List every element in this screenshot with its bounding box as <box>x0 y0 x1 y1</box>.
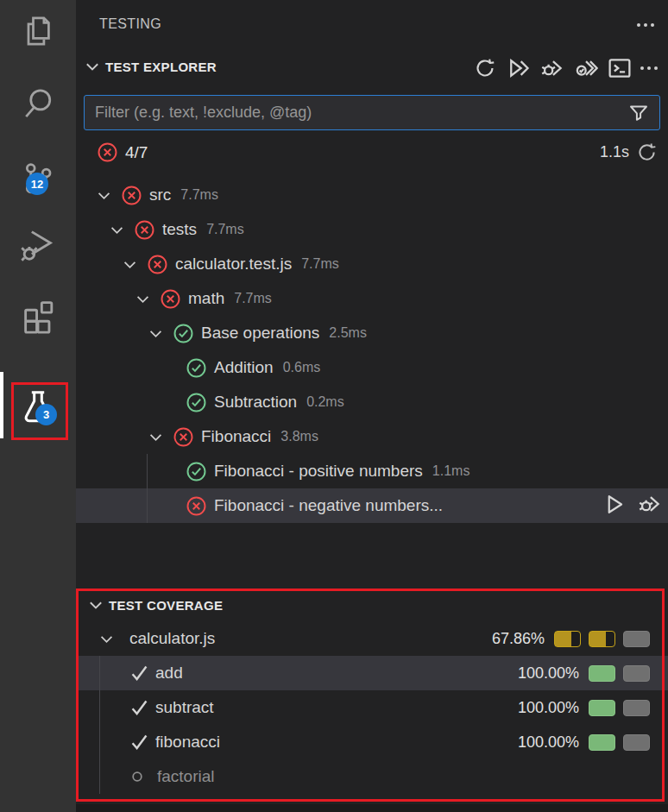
scm-badge: 12 <box>26 173 48 195</box>
test-tree-row-math[interactable]: math 7.7ms <box>76 281 668 316</box>
test-coverage-header[interactable]: TEST COVERAGE <box>76 589 668 621</box>
test-pass-icon <box>186 357 207 379</box>
coverage-bar-gray <box>623 631 650 647</box>
covered-check-icon <box>76 698 155 718</box>
explorer-more-actions-icon[interactable] <box>640 66 658 70</box>
test-fail-icon <box>121 185 142 206</box>
test-fail-icon <box>173 426 194 448</box>
test-explorer-toolbar <box>472 55 658 81</box>
test-duration: 2.5ms <box>329 325 367 341</box>
test-filter-box <box>84 95 660 130</box>
section-title: TEST EXPLORER <box>105 60 217 74</box>
run-debug-icon[interactable] <box>0 223 76 266</box>
test-tree-row-calculator-test-js[interactable]: calculator.test.js 7.7ms <box>76 247 668 281</box>
annotation-box-testing-icon <box>11 382 68 440</box>
coverage-bars <box>589 734 650 751</box>
coverage-fn-label: subtract <box>155 698 214 717</box>
coverage-row-calculator-js[interactable]: calculator.js 67.86% <box>76 621 668 656</box>
run-tests-with-coverage-icon[interactable] <box>573 55 599 81</box>
coverage-bars <box>589 665 650 682</box>
test-label: src <box>149 186 171 205</box>
coverage-file-label: calculator.js <box>129 629 215 648</box>
more-actions-icon[interactable] <box>637 23 654 27</box>
chevron-down-icon[interactable] <box>147 428 173 446</box>
coverage-fn-label: fibonacci <box>155 733 220 752</box>
rerun-icon[interactable] <box>636 142 658 163</box>
test-pass-icon <box>173 323 194 344</box>
test-tree-row-addition[interactable]: Addition 0.6ms <box>76 350 668 385</box>
error-icon <box>97 142 118 163</box>
coverage-bar-yellow-partial <box>554 631 581 647</box>
test-duration: 1.1ms <box>432 463 470 479</box>
extensions-icon[interactable] <box>0 293 76 337</box>
coverage-row-fibonacci[interactable]: fibonacci 100.00% <box>76 725 668 759</box>
section-title: TEST COVERAGE <box>109 598 223 613</box>
coverage-percent: 67.86% <box>492 630 545 648</box>
test-label: Fibonacci <box>201 427 271 446</box>
run-all-tests-icon[interactable] <box>506 55 532 81</box>
coverage-bar-yellow-partial <box>589 631 615 647</box>
coverage-row-subtract[interactable]: subtract 100.00% <box>76 690 668 725</box>
panel-title: TESTING <box>99 16 161 32</box>
test-fail-icon <box>186 495 207 517</box>
testing-sidebar: TESTING TEST EXPLORER <box>76 0 668 812</box>
test-label: Fibonacci - negative numbers... <box>214 496 443 515</box>
tree-indent-guide <box>147 454 148 523</box>
test-filter-input[interactable] <box>85 104 628 122</box>
test-duration: 0.2ms <box>306 394 344 410</box>
test-coverage-section: TEST COVERAGE calculator.js 67.86% add 1… <box>76 589 668 794</box>
test-label: math <box>188 289 224 308</box>
test-duration: 7.7ms <box>180 187 218 203</box>
test-duration: 0.6ms <box>283 360 321 375</box>
chevron-down-icon[interactable] <box>95 186 121 205</box>
coverage-indent-guide <box>99 656 100 794</box>
run-test-icon[interactable] <box>603 493 627 519</box>
test-tree-row-fibonacci[interactable]: Fibonacci 3.8ms <box>76 419 668 454</box>
test-tree-row-base-operations[interactable]: Base operations 2.5ms <box>76 316 668 350</box>
test-duration: 7.7ms <box>206 222 244 237</box>
coverage-bars <box>554 631 650 647</box>
coverage-percent: 100.00% <box>518 664 579 683</box>
coverage-row-add[interactable]: add 100.00% <box>76 656 668 690</box>
chevron-down-icon[interactable] <box>147 324 173 343</box>
debug-test-icon[interactable] <box>638 492 662 519</box>
test-tree-row-fibonacci-positive[interactable]: Fibonacci - positive numbers 1.1ms <box>76 454 668 488</box>
coverage-percent: 100.00% <box>518 699 579 717</box>
chevron-down-icon[interactable] <box>76 630 123 648</box>
test-tree-row-fibonacci-negative[interactable]: Fibonacci - negative numbers... <box>76 488 668 523</box>
search-icon[interactable] <box>0 83 76 124</box>
coverage-fn-label: factorial <box>157 767 215 786</box>
chevron-down-icon[interactable] <box>121 255 147 274</box>
coverage-fn-label: add <box>155 664 183 683</box>
files-icon[interactable] <box>0 10 76 52</box>
filter-funnel-icon[interactable] <box>628 103 649 123</box>
panel-title-row: TESTING <box>76 0 668 45</box>
test-label: Addition <box>214 358 274 377</box>
bottom-edge <box>76 804 668 812</box>
test-row-actions <box>603 488 668 523</box>
test-label: calculator.test.js <box>175 255 292 274</box>
chevron-down-icon <box>83 57 102 76</box>
test-tree-row-src[interactable]: src 7.7ms <box>76 178 668 212</box>
coverage-row-factorial[interactable]: factorial <box>76 759 668 794</box>
test-tree-row-subtraction[interactable]: Subtraction 0.2ms <box>76 385 668 419</box>
test-fail-icon <box>160 288 181 310</box>
test-fail-icon <box>134 219 155 241</box>
debug-all-tests-icon[interactable] <box>539 55 565 81</box>
chevron-down-icon <box>86 595 105 614</box>
test-results-status-row: 4/7 1.1s <box>76 136 668 169</box>
active-view-indicator <box>0 372 3 438</box>
test-explorer-header[interactable]: TEST EXPLORER <box>83 57 217 76</box>
refresh-tests-icon[interactable] <box>472 55 498 81</box>
chevron-down-icon[interactable] <box>108 221 134 239</box>
terminal-icon[interactable] <box>607 55 633 81</box>
test-pass-icon <box>186 392 207 413</box>
test-fail-icon <box>147 254 168 275</box>
covered-check-icon <box>76 664 155 683</box>
coverage-bar-gray <box>623 734 650 751</box>
chevron-down-icon[interactable] <box>134 290 160 308</box>
covered-check-icon <box>76 733 155 752</box>
uncovered-circle-icon <box>76 771 157 783</box>
test-tree-row-tests[interactable]: tests 7.7ms <box>76 212 668 247</box>
test-label: tests <box>162 220 197 239</box>
